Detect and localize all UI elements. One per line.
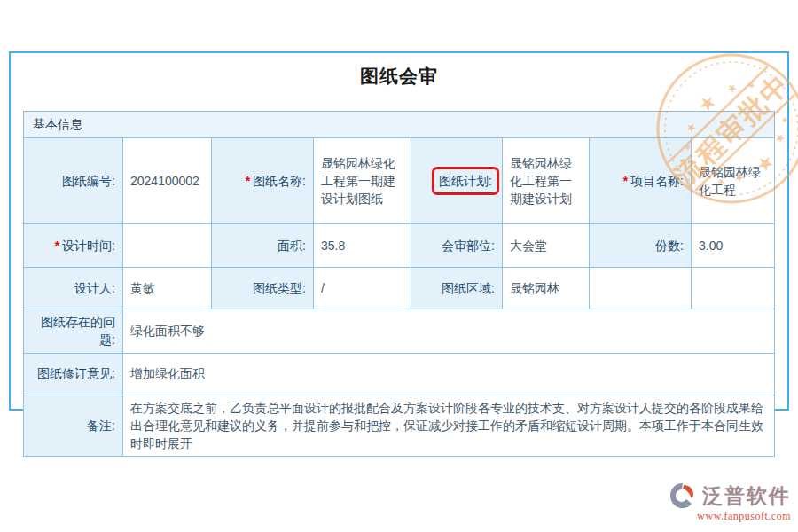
table-row: 图纸存在的问题: 绿化面积不够 <box>24 309 775 354</box>
field-label-drawing-name: *图纸名称: <box>212 138 314 224</box>
field-value-drawing-name: 晟铭园林绿化工程第一期建设计划图纸 <box>314 138 411 224</box>
field-value-drawing-plan: 晟铭园林绿化工程第一期建设计划 <box>503 138 590 224</box>
empty-cell <box>590 268 692 309</box>
field-label-drawing-type: 图纸类型: <box>212 268 314 309</box>
field-value-area: 35.8 <box>314 224 411 268</box>
drawing-review-form: 图纸会审 基本信息 图纸编号: 2024100002 *图纸名称: 晟铭园林绿化… <box>9 51 789 411</box>
brand-url: www.fanpusoft.com <box>649 510 791 523</box>
field-value-revision-opinion: 增加绿化面积 <box>123 353 775 395</box>
field-label-area: 面积: <box>212 224 314 268</box>
brand-name: 泛普软件 <box>702 482 791 510</box>
field-label-drawing-region: 图纸区域: <box>411 268 503 309</box>
field-value-drawing-no: 2024100002 <box>123 138 212 224</box>
table-row: 图纸编号: 2024100002 *图纸名称: 晟铭园林绿化工程第一期建设计划图… <box>24 138 775 224</box>
table-row: 备注: 在方案交底之前，乙负责总平面设计的报批配合及方案设计阶段各专业的技术支、… <box>24 395 775 457</box>
field-label-review-location: 会审部位: <box>411 224 503 268</box>
field-value-problems: 绿化面积不够 <box>123 309 775 354</box>
highlight-red-box: 图纸计划: <box>432 167 499 195</box>
field-value-design-time <box>123 224 212 268</box>
table-row: 图纸修订意见: 增加绿化面积 <box>24 353 775 395</box>
table-row: *设计时间: 面积: 35.8 会审部位: 大会堂 份数: 3.00 <box>24 224 775 268</box>
table-row: 设计人: 黄敏 图纸类型: / 图纸区域: 晟铭园林 <box>24 268 775 309</box>
basic-info-panel: 基本信息 图纸编号: 2024100002 *图纸名称: 晟铭园林绿化工程第一期… <box>23 111 775 457</box>
field-label-design-time: *设计时间: <box>24 224 123 268</box>
empty-cell <box>692 268 775 309</box>
field-value-remarks: 在方案交底之前，乙负责总平面设计的报批配合及方案设计阶段各专业的技术支、对方案设… <box>123 395 775 457</box>
field-label-project-name: *项目名称: <box>590 138 692 224</box>
required-asterisk: * <box>55 239 59 253</box>
field-label-drawing-plan: 图纸计划: <box>411 138 503 224</box>
required-asterisk: * <box>246 174 250 188</box>
field-value-drawing-region: 晟铭园林 <box>503 268 590 309</box>
field-value-project-name: 晟铭园林绿化工程 <box>692 138 775 224</box>
field-value-drawing-type: / <box>314 268 411 309</box>
field-label-revision-opinion: 图纸修订意见: <box>24 353 123 395</box>
vendor-brand: 泛普软件 www.fanpusoft.com <box>649 481 791 523</box>
basic-info-table: 图纸编号: 2024100002 *图纸名称: 晟铭园林绿化工程第一期建设计划图… <box>23 137 775 457</box>
page-title: 图纸会审 <box>11 64 787 89</box>
field-value-copies: 3.00 <box>692 224 775 268</box>
section-header-basic-info: 基本信息 <box>23 111 775 138</box>
required-asterisk: * <box>623 174 628 188</box>
field-label-designer: 设计人: <box>24 268 123 309</box>
field-value-designer: 黄敏 <box>123 268 212 309</box>
field-label-copies: 份数: <box>590 224 692 268</box>
field-value-review-location: 大会堂 <box>503 224 590 268</box>
field-label-problems: 图纸存在的问题: <box>24 309 123 354</box>
field-label-remarks: 备注: <box>24 395 123 457</box>
field-label-drawing-no: 图纸编号: <box>24 138 123 224</box>
fanpu-logo-icon <box>669 481 699 510</box>
